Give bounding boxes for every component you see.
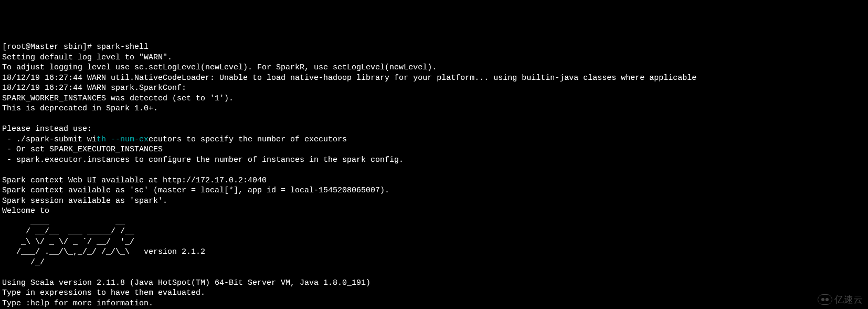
output-line: 18/12/19 16:27:44 WARN util.NativeCodeLo… (2, 73, 866, 84)
output-line: Please instead use: (2, 124, 866, 135)
output-line: Type :help for more information. (2, 298, 866, 309)
output-line: Spark session available as 'spark'. (2, 196, 866, 207)
watermark-text: 亿速云 (834, 294, 863, 306)
output-line: This is deprecated in Spark 1.0+. (2, 104, 866, 114)
highlighted-text: th --num-ex (97, 135, 149, 144)
output-line: Welcome to (2, 206, 866, 217)
output-line: Spark context Web UI available at http:/… (2, 176, 866, 186)
output-line: To adjust logging level use sc.setLogLev… (2, 63, 866, 73)
cloud-icon (818, 294, 832, 305)
output-line (2, 165, 866, 176)
ascii-art-line: / __/__ ___ _____/ /__ (2, 226, 866, 237)
output-line: 18/12/19 16:27:44 WARN spark.SparkConf: (2, 83, 866, 94)
output-line: - spark.executor.instances to configure … (2, 155, 866, 166)
ascii-art-line: _\ \/ _ \/ _ `/ __/ '_/ (2, 237, 866, 248)
ascii-art-line: /___/ .__/\_,_/_/ /_/\_\ version 2.1.2 (2, 247, 866, 258)
output-line (2, 114, 866, 125)
prompt-line: [root@Master sbin]# spark-shell (2, 42, 866, 53)
ascii-art-line: ____ __ (2, 217, 866, 227)
shell-prompt: [root@Master sbin]# (2, 43, 97, 52)
ascii-art-line: /_/ (2, 258, 866, 268)
output-line: Setting default log level to "WARN". (2, 53, 866, 63)
watermark: 亿速云 (818, 294, 863, 306)
output-line: Using Scala version 2.11.8 (Java HotSpot… (2, 278, 866, 289)
output-line: Spark context available as 'sc' (master … (2, 186, 866, 196)
output-line (2, 267, 866, 278)
command: spark-shell (97, 43, 149, 52)
output-line: - Or set SPARK_EXECUTOR_INSTANCES (2, 145, 866, 155)
output-line: - ./spark-submit with --num-executors to… (2, 135, 866, 145)
output-line: SPARK_WORKER_INSTANCES was detected (set… (2, 94, 866, 104)
output-line: Type in expressions to have them evaluat… (2, 288, 866, 298)
terminal-output[interactable]: [root@Master sbin]# spark-shellSetting d… (2, 42, 866, 309)
